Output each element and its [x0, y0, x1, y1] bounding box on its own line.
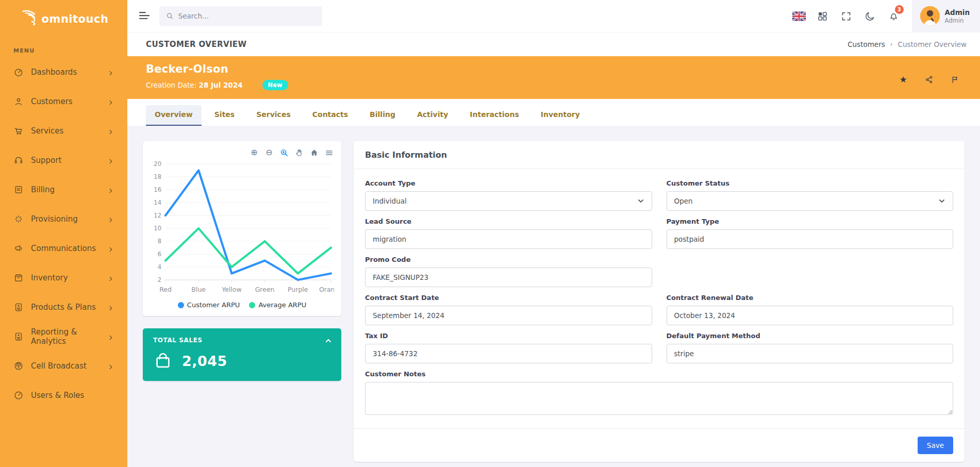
pan-icon[interactable] — [294, 147, 304, 158]
svg-text:20: 20 — [154, 160, 161, 168]
contract-renewal-date-input[interactable] — [667, 306, 954, 325]
legend-label: Customer ARPU — [187, 301, 240, 309]
tab-overview[interactable]: Overview — [146, 105, 202, 126]
grid-icon[interactable] — [811, 0, 835, 32]
sidebar-item-support[interactable]: Support — [0, 145, 127, 175]
chevron-right-icon — [108, 128, 114, 134]
legend-dot — [249, 302, 255, 308]
search-input[interactable] — [178, 12, 315, 20]
sidebar-item-users-roles[interactable]: Users & Roles — [0, 380, 127, 410]
tab-services[interactable]: Services — [247, 105, 300, 126]
chevron-right-icon — [108, 333, 114, 340]
chevron-down-icon — [637, 197, 644, 205]
hamburger-icon[interactable] — [139, 11, 150, 21]
certificate-icon — [13, 302, 24, 312]
fullscreen-icon[interactable] — [835, 0, 858, 32]
tab-inventory[interactable]: Inventory — [532, 105, 589, 126]
zoom-out-icon[interactable]: ⊖ — [264, 147, 274, 158]
total-sales-label: TOTAL SALES — [153, 337, 331, 344]
star-icon[interactable]: ★ — [899, 75, 908, 84]
flag-icon[interactable] — [950, 75, 959, 84]
moon-icon[interactable] — [858, 0, 882, 32]
sidebar-item-communications[interactable]: Communications — [0, 233, 127, 263]
legend-item[interactable]: Customer ARPU — [178, 301, 240, 309]
megaphone-icon — [13, 243, 24, 254]
svg-text:Red: Red — [159, 286, 172, 293]
sidebar-item-label: Billing — [31, 185, 108, 194]
certificate-icon — [13, 331, 24, 342]
sidebar-item-provisioning[interactable]: Provisioning — [0, 204, 127, 233]
field-customer-status: Customer Status Open — [667, 179, 954, 211]
tax-id-input[interactable] — [365, 344, 652, 363]
legend-item[interactable]: Average ARPU — [249, 301, 306, 309]
customer-status-select[interactable]: Open — [667, 191, 954, 211]
menu-icon[interactable] — [324, 147, 334, 158]
field-label: Promo Code — [365, 256, 652, 263]
payment-type-input[interactable] — [667, 229, 954, 249]
sidebar-item-label: Cell Broadcast — [31, 361, 108, 371]
tab-contacts[interactable]: Contacts — [304, 105, 357, 126]
uk-flag-icon[interactable] — [787, 0, 811, 32]
sidebar-item-services[interactable]: Services — [0, 116, 127, 145]
sidebar-item-cell-broadcast[interactable]: Cell Broadcast — [0, 351, 127, 380]
field-label: Default Payment Method — [667, 332, 954, 340]
sidebar-item-label: Communications — [31, 244, 108, 253]
sidebar-item-inventory[interactable]: Inventory — [0, 263, 127, 292]
field-label: Tax ID — [365, 332, 652, 340]
user-role: Admin — [945, 17, 970, 24]
selection-zoom-icon[interactable] — [279, 147, 289, 158]
tab-activity[interactable]: Activity — [408, 105, 457, 126]
user-menu[interactable]: Admin Admin — [912, 0, 980, 32]
account-type-select[interactable]: Individual — [365, 191, 652, 211]
chevron-right-icon: › — [890, 41, 893, 48]
tab-sites[interactable]: Sites — [206, 105, 243, 126]
search-bar — [159, 6, 322, 26]
field-label: Lead Source — [365, 218, 652, 225]
save-button[interactable]: Save — [918, 437, 953, 454]
chevron-right-icon — [108, 363, 114, 369]
chevron-right-icon — [108, 69, 114, 75]
legend-dot — [178, 302, 184, 308]
svg-text:Green: Green — [255, 286, 275, 293]
sidebar-item-label: Customers — [31, 97, 108, 106]
sidebar-item-dashboards[interactable]: Dashboards — [0, 57, 127, 87]
breadcrumb-parent[interactable]: Customers — [848, 40, 885, 48]
lead-source-input[interactable] — [365, 229, 652, 249]
share-icon[interactable] — [924, 75, 934, 84]
zoom-in-icon[interactable]: ⊕ — [249, 147, 259, 158]
default-payment-method-input[interactable] — [667, 344, 954, 363]
app-logo[interactable]: omnitouch — [0, 0, 127, 38]
field-label: Contract Start Date — [365, 294, 652, 302]
chevron-right-icon — [108, 157, 114, 163]
tab-billing[interactable]: Billing — [361, 105, 404, 126]
svg-text:Yellow: Yellow — [221, 286, 241, 293]
field-contract-start-date: Contract Start Date — [365, 294, 652, 325]
bell-icon[interactable]: 3 — [882, 0, 906, 32]
sidebar-item-products-plans[interactable]: Products & Plans — [0, 292, 127, 322]
customer-notes-textarea[interactable] — [365, 382, 953, 415]
topbar-actions: 3 Admin Admin — [787, 0, 980, 32]
sidebar-item-billing[interactable]: Billing — [0, 175, 127, 204]
arpu-line-chart[interactable]: 2018161412108642RedBlueYellowGreenPurple… — [150, 158, 334, 298]
chevron-up-icon[interactable] — [325, 337, 332, 344]
user-name: Admin — [945, 8, 970, 16]
breadcrumb: Customers › Customer Overview — [848, 40, 967, 48]
sidebar-item-label: Users & Roles — [31, 391, 114, 400]
sidebar-item-reporting-analytics[interactable]: Reporting & Analytics — [0, 322, 127, 351]
contract-start-date-input[interactable] — [365, 306, 652, 325]
sidebar-item-label: Inventory — [31, 273, 108, 282]
tab-interactions[interactable]: Interactions — [461, 105, 527, 126]
arpu-chart-card: ⊕ ⊖ — [143, 141, 341, 316]
svg-text:Blue: Blue — [191, 286, 206, 293]
sidebar-item-customers[interactable]: Customers — [0, 87, 127, 116]
promo-code-input[interactable] — [365, 268, 652, 287]
select-value: Individual — [373, 197, 407, 205]
field-label: Account Type — [365, 179, 652, 187]
chevron-right-icon — [108, 304, 114, 310]
total-sales-card: TOTAL SALES 2,045 — [143, 328, 341, 381]
main-area: 3 Admin Admin — [127, 0, 980, 467]
basic-information-card: Basic Information Account Type Individua… — [354, 141, 965, 462]
field-customer-notes: Customer Notes — [365, 370, 953, 417]
home-icon[interactable] — [309, 147, 319, 158]
sidebar-item-label: Dashboards — [31, 68, 108, 77]
